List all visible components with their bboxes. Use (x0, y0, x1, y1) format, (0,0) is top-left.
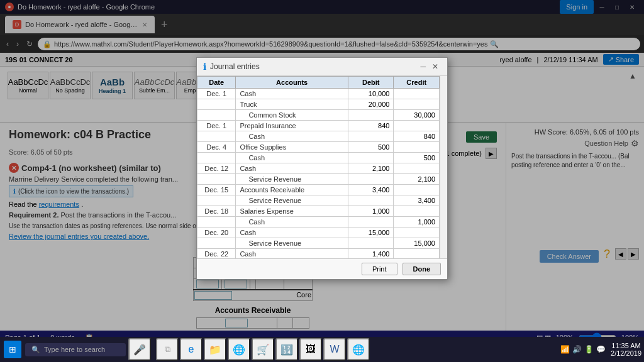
table-row-account-14: Service Revenue (236, 238, 348, 249)
chrome-btn[interactable]: 🌐 (228, 338, 250, 361)
chrome2-btn[interactable]: 🌐 (347, 338, 370, 361)
table-row-date-7: Dec. 12 (197, 163, 236, 174)
journal-entries-modal: ℹ Journal entries ─ ✕ Date Accounts (196, 57, 448, 280)
table-row-debit-8 (348, 174, 394, 185)
table-row-account-6: Cash (236, 153, 348, 163)
table-row-account-5: Office Supplies (236, 142, 348, 153)
table-row-credit-4: 840 (394, 131, 440, 142)
calc-btn[interactable]: 🔢 (275, 338, 298, 361)
table-row-credit-11 (394, 206, 440, 217)
table-row-debit-10 (348, 195, 394, 206)
table-row: Dec. 1Cash10,000 (197, 89, 440, 99)
table-row-debit-14 (348, 238, 394, 249)
modal-scrollbar[interactable] (440, 76, 447, 258)
table-row-credit-6: 500 (394, 153, 440, 163)
taskbar-search-text: Type here to search (44, 346, 105, 353)
done-button[interactable]: Done (402, 263, 441, 275)
table-row: Dec. 4Office Supplies500 (197, 142, 440, 153)
table-row-account-11: Salaries Expense (236, 206, 348, 217)
table-row-credit-2: 30,000 (394, 110, 440, 121)
table-row-credit-15 (394, 249, 440, 259)
task-view-btn[interactable]: ⧉ (156, 338, 179, 361)
table-row-date-3: Dec. 1 (197, 121, 236, 131)
table-row-date-6 (197, 153, 236, 163)
table-row-date-1 (197, 99, 236, 110)
col-credit: Credit (394, 77, 440, 89)
table-row-date-15: Dec. 22 (197, 249, 236, 259)
table-row-date-12 (197, 217, 236, 228)
table-row-credit-3 (394, 121, 440, 131)
edge-btn[interactable]: e (180, 338, 203, 361)
modal-header: ℹ Journal entries ─ ✕ (197, 58, 447, 76)
table-row-date-13: Dec. 20 (197, 228, 236, 238)
table-row-debit-6 (348, 153, 394, 163)
table-row-account-2: Common Stock (236, 110, 348, 121)
modal-minimize-btn[interactable]: ─ (418, 62, 428, 72)
table-row-credit-1 (394, 99, 440, 110)
table-row-date-9: Dec. 15 (197, 185, 236, 195)
table-row: Dec. 20Cash15,000 (197, 228, 440, 238)
table-row-date-14 (197, 238, 236, 249)
table-row: Dec. 15Accounts Receivable3,400 (197, 185, 440, 195)
notification-icon[interactable]: 💬 (596, 345, 606, 354)
table-row-debit-3: 840 (348, 121, 394, 131)
table-row-debit-5: 500 (348, 142, 394, 153)
store-btn[interactable]: 🛒 (252, 338, 274, 361)
table-wrapper: Date Accounts Debit Credit Dec. 1Cash10,… (197, 76, 447, 258)
taskbar-search[interactable]: 🔍 Type here to search (25, 343, 126, 356)
print-button[interactable]: Print (362, 263, 397, 275)
table-row-date-10 (197, 195, 236, 206)
table-row-account-13: Cash (236, 228, 348, 238)
table-row-debit-4 (348, 131, 394, 142)
table-row-date-2 (197, 110, 236, 121)
word-btn[interactable]: W (323, 338, 346, 361)
modal-title-text: Journal entries (210, 62, 260, 71)
table-row-debit-12 (348, 217, 394, 228)
network-icon[interactable]: 📶 (560, 345, 570, 354)
table-row: Service Revenue15,000 (197, 238, 440, 249)
taskbar-search-icon: 🔍 (31, 346, 40, 354)
table-row-date-11: Dec. 18 (197, 206, 236, 217)
modal-close-btn[interactable]: ✕ (430, 62, 441, 72)
table-row-credit-8: 2,100 (394, 174, 440, 185)
start-button[interactable]: ⊞ (3, 339, 23, 359)
battery-icon[interactable]: 🔋 (584, 345, 594, 354)
modal-body: Date Accounts Debit Credit Dec. 1Cash10,… (197, 76, 447, 258)
table-row-debit-7: 2,100 (348, 163, 394, 174)
modal-controls: ─ ✕ (418, 62, 441, 72)
clock-time: 11:35 AM (611, 342, 641, 349)
modal-overlay: ℹ Journal entries ─ ✕ Date Accounts (0, 0, 644, 337)
table-row-date-0: Dec. 1 (197, 89, 236, 99)
system-icons: 📶 🔊 🔋 💬 (560, 345, 606, 354)
volume-icon[interactable]: 🔊 (572, 345, 582, 354)
table-row-account-0: Cash (236, 89, 348, 99)
table-row-account-15: Cash (236, 249, 348, 259)
journal-table-container[interactable]: Date Accounts Debit Credit Dec. 1Cash10,… (197, 76, 440, 258)
cortana-icon: 🎤 (133, 344, 146, 356)
explorer-btn[interactable]: 📁 (204, 338, 226, 361)
table-row: Dec. 18Salaries Expense1,000 (197, 206, 440, 217)
table-row-account-7: Cash (236, 163, 348, 174)
table-row: Common Stock30,000 (197, 110, 440, 121)
time-display[interactable]: 11:35 AM 2/12/2019 (611, 342, 641, 357)
table-row-credit-14: 15,000 (394, 238, 440, 249)
modal-footer: Print Done (197, 258, 447, 279)
table-row-debit-9: 3,400 (348, 185, 394, 195)
start-icon: ⊞ (4, 341, 21, 358)
table-row-debit-2 (348, 110, 394, 121)
table-row-credit-5 (394, 142, 440, 153)
modal-info-icon: ℹ (203, 62, 206, 72)
table-row: Truck20,000 (197, 99, 440, 110)
table-row: Dec. 1Prepaid Insurance840 (197, 121, 440, 131)
table-row-credit-7 (394, 163, 440, 174)
table-row-credit-0 (394, 89, 440, 99)
cortana-btn[interactable]: 🎤 (128, 338, 151, 361)
col-debit: Debit (348, 77, 394, 89)
table-row: Service Revenue2,100 (197, 174, 440, 185)
taskbar-right: 📶 🔊 🔋 💬 11:35 AM 2/12/2019 (560, 342, 641, 357)
table-row-account-1: Truck (236, 99, 348, 110)
table-row-account-4: Cash (236, 131, 348, 142)
photos-btn[interactable]: 🖼 (299, 338, 322, 361)
journal-table: Date Accounts Debit Credit Dec. 1Cash10,… (197, 76, 440, 258)
table-row-debit-1: 20,000 (348, 99, 394, 110)
